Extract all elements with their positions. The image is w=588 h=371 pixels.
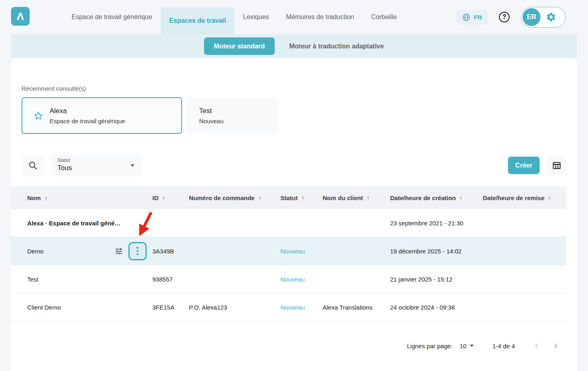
table-row[interactable]: Test 938557 Nouveau 21 janvier 2025 - 15… — [11, 265, 566, 293]
kebab-dot — [137, 253, 139, 255]
recent-card-subtitle: Nouveau — [199, 118, 223, 124]
column-header-remise[interactable]: Date/heure de remise↑ — [483, 194, 566, 201]
row-creation-date: 21 janvier 2025 - 15:12 — [390, 276, 483, 283]
table-header-row: Nom↑ ID↑ Numéro de commande↑ Statut↑ Nom… — [11, 186, 566, 209]
sort-asc-icon[interactable]: ↑ — [367, 194, 370, 201]
column-header-statut[interactable]: Statut↑ — [280, 194, 323, 201]
account-menu[interactable]: ER — [521, 7, 566, 28]
row-status: Nouveau — [280, 248, 323, 255]
chevron-down-icon — [130, 164, 135, 167]
table-row[interactable]: Alexa · Espace de travail géné… 23 septe… — [11, 209, 566, 237]
app-logo[interactable]: Λ — [11, 7, 30, 26]
row-name: Demo — [27, 248, 43, 255]
sort-asc-icon[interactable]: ↑ — [44, 194, 48, 201]
search-icon — [28, 161, 38, 170]
star-icon[interactable] — [33, 110, 44, 121]
tab-corbeille[interactable]: Corbeille — [362, 0, 405, 34]
row-name: Alexa · Espace de travail géné… — [27, 220, 121, 227]
sort-asc-icon[interactable]: ↑ — [302, 194, 305, 201]
pagination-range: 1-4 de 4 — [493, 343, 515, 349]
rows-per-page-label: Lignes par page: — [407, 343, 453, 349]
row-creation-date: 23 septembre 2021 - 21:30 — [390, 220, 483, 227]
tab-espace-generique[interactable]: Espace de travail générique — [63, 0, 161, 34]
globe-icon — [462, 13, 471, 22]
tune-icon[interactable] — [115, 247, 123, 255]
kebab-dot — [137, 250, 139, 252]
next-page-button[interactable] — [552, 343, 559, 349]
row-id: 938557 — [152, 276, 189, 283]
recent-card-test[interactable]: Test Nouveau — [186, 97, 277, 134]
row-id: 3FE15A — [152, 304, 189, 311]
pagination-bar: Lignes par page: 10 1-4 de 4 — [11, 337, 577, 355]
logo-glyph: Λ — [17, 10, 24, 23]
status-filter-value: Tous — [57, 164, 72, 172]
recent-card-alexa[interactable]: Alexa Espace de travail générique — [22, 97, 182, 134]
row-creation-date: 24 octobre 2024 - 09:36 — [390, 304, 483, 311]
status-filter-label: Statut — [57, 157, 70, 163]
question-icon: ? — [502, 13, 506, 21]
gear-icon[interactable] — [546, 12, 556, 22]
main-nav-tabs: Espace de travail générique Espaces de t… — [63, 0, 405, 34]
status-filter-dropdown[interactable]: Statut Tous — [51, 154, 142, 177]
chevron-down-icon — [470, 345, 474, 347]
sort-asc-icon[interactable]: ↑ — [460, 194, 463, 201]
column-header-commande[interactable]: Numéro de commande↑ — [189, 194, 280, 201]
column-header-nom[interactable]: Nom↑ — [27, 194, 152, 201]
chevron-left-icon — [534, 343, 540, 349]
engine-selector-bar: Moteur standard Moteur à traduction adap… — [11, 34, 577, 58]
row-commande: P.O. Alexa123 — [189, 304, 280, 311]
engine-adaptive-button[interactable]: Moteur à traduction adaptative — [289, 43, 384, 50]
tab-lexiques[interactable]: Lexiques — [234, 0, 278, 34]
recent-card-title: Test — [199, 107, 223, 115]
row-client: Alexa Translations — [323, 304, 390, 311]
columns-icon — [552, 161, 562, 170]
column-settings-button[interactable] — [547, 156, 566, 175]
row-name: Test — [27, 276, 39, 283]
help-button[interactable]: ? — [499, 12, 510, 22]
search-button[interactable] — [22, 154, 44, 177]
sort-asc-icon[interactable]: ↑ — [548, 194, 551, 201]
recent-card-subtitle: Espace de travail générique — [50, 118, 125, 124]
workspaces-table: Nom↑ ID↑ Numéro de commande↑ Statut↑ Nom… — [11, 186, 566, 321]
header-right-controls: FR ? ER — [456, 0, 566, 34]
table-row[interactable]: Client Demo 3FE15A P.O. Alexa123 Nouveau… — [11, 293, 566, 321]
column-header-id[interactable]: ID↑ — [152, 194, 189, 201]
previous-page-button[interactable] — [534, 343, 540, 349]
row-name: Client Demo — [27, 304, 61, 311]
workspace-content: Récemment consulté(s) Alexa Espace de tr… — [11, 58, 577, 371]
row-actions-menu-button[interactable] — [128, 242, 147, 260]
sort-asc-icon[interactable]: ↑ — [162, 194, 165, 201]
chevron-right-icon — [552, 343, 559, 349]
recent-card-title: Alexa — [50, 107, 125, 115]
kebab-dot — [137, 247, 139, 249]
row-id: 3A349B — [152, 248, 189, 255]
column-header-creation[interactable]: Date/heure de création↑ — [390, 194, 483, 201]
row-status: Nouveau — [280, 276, 323, 283]
engine-standard-button[interactable]: Moteur standard — [204, 37, 274, 55]
rows-per-page-select[interactable]: 10 — [460, 343, 474, 349]
language-selector[interactable]: FR — [456, 10, 488, 25]
recently-viewed-title: Récemment consulté(s) — [22, 85, 86, 92]
table-row-demo[interactable]: Demo 3A349B Nouveau 19 décembre 2025 - 1… — [11, 237, 566, 265]
row-creation-date: 19 décembre 2025 - 14:02 — [390, 248, 483, 255]
row-status: Nouveau — [280, 304, 323, 311]
tab-espaces-de-travail[interactable]: Espaces de travail — [161, 7, 234, 34]
top-nav-bar: Λ Espace de travail générique Espaces de… — [0, 0, 588, 34]
tab-memoires-traduction[interactable]: Mémoires de traduction — [278, 0, 362, 34]
avatar: ER — [523, 8, 540, 26]
column-header-client[interactable]: Nom du client↑ — [323, 194, 390, 201]
language-label: FR — [474, 14, 482, 21]
create-button[interactable]: Créer — [508, 157, 540, 174]
sort-asc-icon[interactable]: ↑ — [258, 194, 262, 201]
